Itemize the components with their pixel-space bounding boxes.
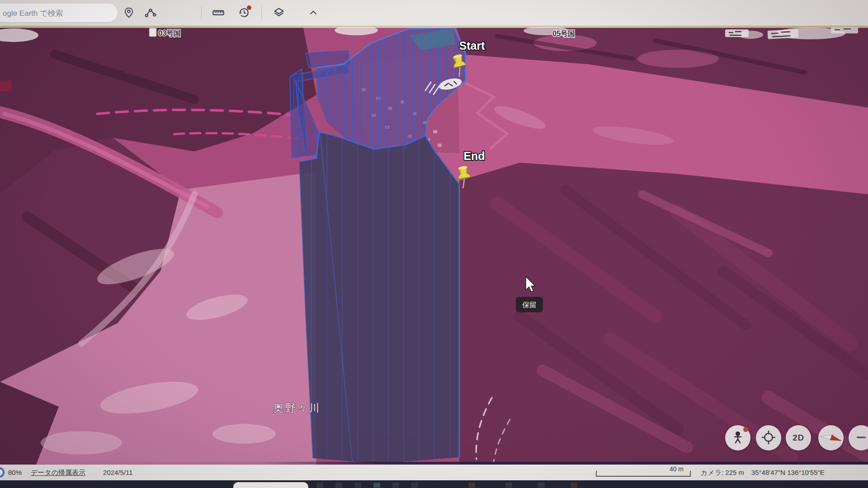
road-label-partial-center: 05号国: [552, 30, 575, 38]
toolbar-divider: [261, 6, 262, 19]
measure-button[interactable]: [208, 3, 228, 23]
search-input[interactable]: [2, 4, 114, 23]
camera-altitude: カメラ: 225 m: [701, 469, 744, 477]
pegman-icon: [731, 431, 745, 446]
notification-dot: [247, 5, 251, 10]
google-earth-window: 03号国 05号国 Start End 奥野々川: [0, 0, 868, 488]
chevron-up-icon: [307, 7, 319, 20]
taskbar-app-icon: [538, 483, 545, 488]
zoom-level: 80%: [8, 469, 22, 476]
river-label: 奥野々川: [274, 402, 321, 414]
start-label: Start: [459, 39, 486, 52]
illegible-map-label: [768, 29, 799, 39]
search-box[interactable]: [0, 4, 118, 22]
layers-icon: [273, 6, 285, 20]
2d-mode-button[interactable]: 2D: [786, 425, 811, 450]
taskbar-app-icon: [335, 483, 342, 488]
road-label-partial-left: 03号国: [158, 29, 181, 37]
taskbar-app-icon: [411, 483, 418, 488]
google-earth-logo: [0, 467, 5, 478]
hold-tooltip-text: 保留: [522, 301, 537, 309]
path-route-icon: [144, 6, 157, 20]
compass-button[interactable]: [818, 425, 844, 450]
taskbar-app-icon: [316, 483, 323, 488]
compass-icon: [818, 425, 844, 451]
hold-tooltip: 保留: [516, 297, 543, 312]
imagery-date: 2024/5/11: [103, 469, 133, 476]
scale-bar: 40 m: [596, 465, 691, 479]
draw-path-button[interactable]: [141, 3, 160, 23]
taskbar-search-pill: [233, 482, 308, 488]
taskbar-app-icon: [468, 483, 475, 488]
placemark-pin-icon: [123, 7, 135, 20]
toolbar-divider: [201, 6, 202, 19]
end-label: End: [463, 150, 485, 162]
taskbar-app-icon: [354, 483, 361, 488]
collapse-toolbar-button[interactable]: [303, 3, 323, 23]
taskbar-edge: [0, 480, 868, 488]
toolbar: [0, 0, 868, 26]
status-bar: 80% データの帰属表示 2024/5/11 40 m カメラ: 225 m 3…: [0, 465, 868, 480]
taskbar-app-icon: [392, 483, 399, 488]
taskbar-app-icon: [505, 483, 512, 488]
layers-button[interactable]: [269, 3, 289, 23]
2d-mode-label: 2D: [793, 433, 804, 443]
illegible-map-label: [725, 29, 749, 37]
coordinates: 35°48'47"N 136°10'55"E: [751, 469, 825, 476]
map-3d-view[interactable]: 03号国 05号国 Start End 奥野々川: [0, 26, 868, 465]
add-placemark-button[interactable]: [119, 3, 139, 23]
ruler-icon: [212, 6, 225, 20]
street-view-button[interactable]: [725, 425, 750, 450]
taskbar-app-icon: [571, 483, 577, 488]
attribution-link[interactable]: データの帰属表示: [31, 469, 85, 477]
screen-glare-line: [0, 26, 868, 28]
street-view-dot: [743, 427, 748, 432]
minus-icon: [855, 432, 867, 445]
my-location-button[interactable]: [756, 425, 781, 450]
history-button[interactable]: [234, 3, 254, 23]
taskbar-app-icon: [373, 483, 380, 488]
my-location-icon: [761, 430, 776, 446]
scale-bracket: [596, 470, 691, 478]
